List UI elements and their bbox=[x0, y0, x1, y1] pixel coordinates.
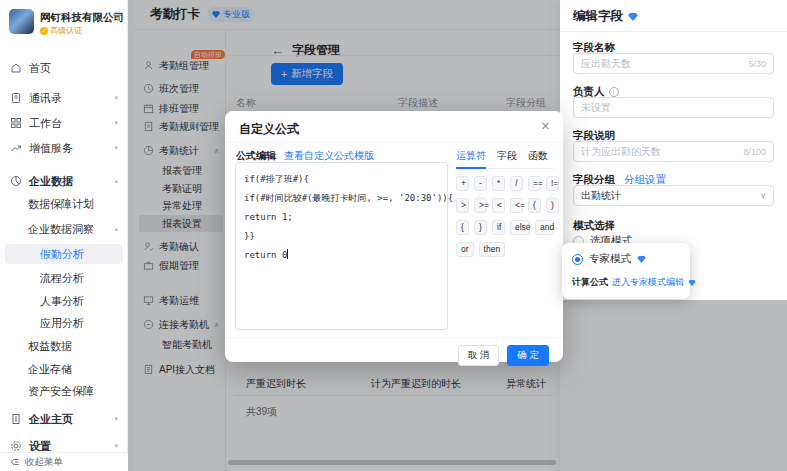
diamond-icon bbox=[688, 280, 696, 286]
char-counter: 5/30 bbox=[748, 59, 766, 69]
op-and[interactable]: and bbox=[535, 220, 554, 235]
app-sidebar: 网钉科技有限公司 ✓ 高级认证 ▾ 首页 通讯录▾ 工作台▾ 增值服务▾ 企业数… bbox=[0, 0, 128, 471]
company-logo bbox=[9, 9, 34, 34]
contacts-icon bbox=[10, 92, 22, 104]
gear-icon bbox=[10, 440, 22, 452]
sidebar-item-value-services[interactable]: 增值服务▾ bbox=[0, 138, 128, 158]
op-paren-open[interactable]: ( bbox=[528, 198, 541, 213]
chevron-down-icon: ∨ bbox=[760, 191, 766, 200]
building-icon bbox=[10, 413, 22, 425]
edit-field-drawer: 编辑字段 字段名称 应出勤天数 5/30 负责人 i 未设置 字段说明 计为应出… bbox=[560, 0, 787, 471]
operator-panel: 运算符 字段 函数 + - * / == != > >= < <= ( ) bbox=[456, 149, 554, 257]
collapse-menu-button[interactable]: 收起菜单 bbox=[0, 452, 128, 471]
sidebar-item-contacts[interactable]: 通讯录▾ bbox=[0, 88, 128, 108]
modal-title: 自定义公式 bbox=[239, 121, 299, 138]
divider bbox=[560, 31, 787, 32]
divider bbox=[225, 142, 563, 143]
op-minus[interactable]: - bbox=[474, 176, 487, 191]
formula-editor[interactable]: if(#排了班#){ if(#时间比较#(最晚打卡时间, >=, '20:30'… bbox=[235, 162, 448, 330]
op-multiply[interactable]: * bbox=[492, 176, 505, 191]
sidebar-item-hr-analysis[interactable]: 人事分析 bbox=[0, 291, 128, 311]
modal-footer: 取 消 确 定 bbox=[458, 345, 549, 366]
expert-mode-spotlight: 专家模式 计算公式 进入专家模式编辑 bbox=[562, 243, 690, 299]
radio-on-icon bbox=[572, 254, 583, 265]
op-lt[interactable]: < bbox=[492, 198, 505, 213]
tab-functions[interactable]: 函数 bbox=[528, 149, 548, 163]
sidebar-item-company-homepage[interactable]: 企业主页▾ bbox=[0, 409, 128, 429]
sidebar-item-home[interactable]: 首页 bbox=[0, 58, 128, 78]
op-not-equal[interactable]: != bbox=[546, 176, 559, 191]
app-window: 网钉科技有限公司 ✓ 高级认证 ▾ 首页 通讯录▾ 工作台▾ 增值服务▾ 企业数… bbox=[0, 0, 787, 471]
dim-overlay bbox=[560, 300, 787, 471]
text-cursor bbox=[287, 249, 288, 259]
org-switcher[interactable]: 网钉科技有限公司 ✓ 高级认证 ▾ bbox=[0, 0, 128, 48]
cancel-button[interactable]: 取 消 bbox=[458, 345, 500, 366]
sidebar-item-attendance-analysis[interactable]: 假勤分析 bbox=[5, 244, 123, 264]
cert-badge: ✓ 高级认证 bbox=[40, 25, 82, 36]
pie-chart-icon bbox=[10, 175, 22, 187]
calc-formula-row: 计算公式 进入专家模式编辑 bbox=[572, 276, 696, 289]
op-plus[interactable]: + bbox=[456, 176, 469, 191]
op-divide[interactable]: / bbox=[510, 176, 523, 191]
trend-icon bbox=[10, 142, 22, 154]
op-brace-close[interactable]: } bbox=[474, 220, 487, 235]
owner-input[interactable]: 未设置 bbox=[573, 97, 774, 118]
workbench-icon bbox=[10, 117, 22, 129]
operator-tabs: 运算符 字段 函数 bbox=[456, 149, 554, 169]
close-icon[interactable]: ✕ bbox=[541, 120, 550, 133]
company-name: 网钉科技有限公司 bbox=[40, 11, 124, 25]
op-if[interactable]: if bbox=[492, 220, 505, 235]
home-icon bbox=[10, 62, 22, 74]
field-desc-input[interactable]: 计为应出勤的天数 8/100 bbox=[573, 141, 774, 162]
sidebar-item-rights-data[interactable]: 权益数据 bbox=[0, 336, 128, 356]
chevron-down-icon: ▾ bbox=[116, 14, 120, 23]
sidebar-item-enterprise-data[interactable]: 企业数据▴ bbox=[0, 171, 128, 191]
sidebar-item-process-analysis[interactable]: 流程分析 bbox=[0, 268, 128, 288]
view-template-link[interactable]: 查看自定义公式模版 bbox=[284, 149, 374, 163]
divider bbox=[225, 337, 563, 338]
info-icon[interactable]: i bbox=[609, 87, 619, 97]
sidebar-item-data-protection[interactable]: 数据保障计划 bbox=[0, 194, 128, 214]
op-gt[interactable]: > bbox=[456, 198, 469, 213]
op-then[interactable]: then bbox=[479, 242, 506, 257]
tab-operators[interactable]: 运算符 bbox=[456, 149, 486, 163]
sidebar-item-asset-security[interactable]: 资产安全保障 bbox=[0, 381, 128, 401]
mode-select-label: 模式选择 bbox=[573, 219, 615, 233]
diamond-icon bbox=[637, 256, 646, 263]
enter-expert-mode-link[interactable]: 进入专家模式编辑 bbox=[612, 276, 684, 289]
op-paren-close[interactable]: ) bbox=[546, 198, 559, 213]
formula-editor-header: 公式编辑 查看自定义公式模版 bbox=[236, 149, 374, 163]
collapse-icon bbox=[10, 457, 20, 467]
op-lte[interactable]: <= bbox=[510, 198, 523, 213]
op-equal[interactable]: == bbox=[528, 176, 541, 191]
tab-fields[interactable]: 字段 bbox=[497, 149, 517, 163]
drawer-title: 编辑字段 bbox=[573, 8, 638, 25]
op-gte[interactable]: >= bbox=[474, 198, 487, 213]
sidebar-item-enterprise-storage[interactable]: 企业存储 bbox=[0, 359, 128, 379]
confirm-button[interactable]: 确 定 bbox=[507, 345, 549, 366]
op-else[interactable]: else bbox=[510, 220, 530, 235]
expert-mode-radio[interactable]: 专家模式 bbox=[572, 252, 646, 266]
sidebar-item-workbench[interactable]: 工作台▾ bbox=[0, 113, 128, 133]
diamond-icon bbox=[628, 13, 638, 21]
field-name-input[interactable]: 应出勤天数 5/30 bbox=[573, 53, 774, 74]
custom-formula-modal: 自定义公式 ✕ 公式编辑 查看自定义公式模版 if(#排了班#){ if(#时间… bbox=[225, 111, 563, 362]
char-counter: 8/100 bbox=[743, 147, 766, 157]
sidebar-item-data-insight[interactable]: 企业数据洞察▴ bbox=[0, 219, 128, 239]
cert-medal-icon: ✓ bbox=[40, 27, 48, 35]
sidebar-item-app-analysis[interactable]: 应用分析 bbox=[0, 313, 128, 333]
field-group-select[interactable]: 出勤统计 ∨ bbox=[573, 185, 774, 206]
op-or[interactable]: or bbox=[456, 242, 474, 257]
op-brace-open[interactable]: { bbox=[456, 220, 469, 235]
